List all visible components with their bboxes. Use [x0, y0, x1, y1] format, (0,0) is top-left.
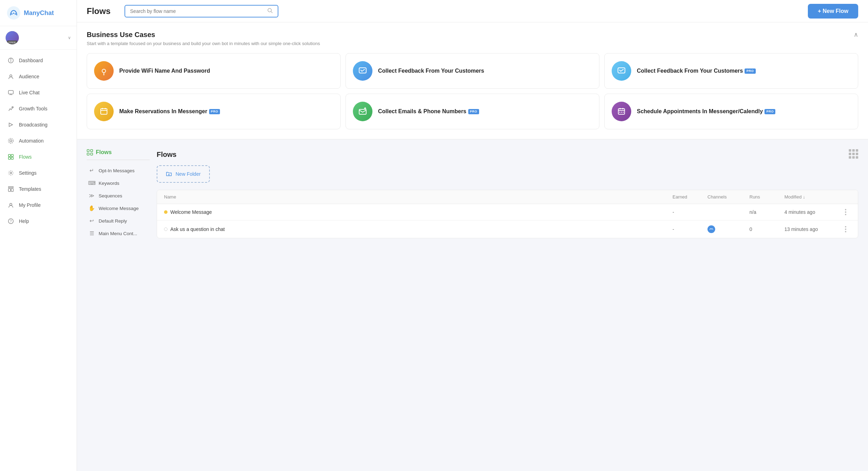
svg-rect-19	[11, 189, 13, 192]
main-nav: Dashboard Audience Live Chat Growth Tool…	[0, 50, 77, 471]
appointments-card-title: Schedule Appointments In Messenger/Calen…	[637, 108, 775, 114]
svg-point-11	[8, 138, 13, 143]
flows-main: Flows New Folder Name	[157, 149, 858, 240]
svg-point-26	[104, 74, 105, 75]
flows-nav-keywords[interactable]: ⌨ Keywords	[87, 177, 150, 189]
feedback-pro-card-title: Collect Feedback From Your CustomersPRO	[637, 68, 756, 74]
pro-badge-appointments: PRO	[764, 109, 775, 115]
new-folder-button[interactable]: New Folder	[157, 165, 210, 183]
row-runs-ask: 0	[749, 226, 784, 232]
messenger-channel-icon	[707, 225, 715, 233]
sidebar-item-live-chat[interactable]: Live Chat	[0, 85, 77, 101]
table-row[interactable]: Welcome Message - n/a 4 minutes ago	[157, 204, 858, 220]
pro-badge-reservations: PRO	[209, 109, 220, 115]
svg-rect-46	[91, 153, 93, 155]
search-input[interactable]	[130, 8, 267, 14]
sidebar-item-dashboard[interactable]: Dashboard	[0, 52, 77, 68]
header: Flows + New Flow	[77, 0, 868, 22]
sidebar-item-label-audience: Audience	[19, 74, 39, 79]
row-name-ask: Ask us a question in chat	[164, 226, 673, 232]
row-modified-welcome: 4 minutes ago	[784, 209, 840, 215]
sequences-icon: ≫	[88, 193, 95, 199]
main-content: Flows + New Flow Business Use Cases ∧ St…	[77, 0, 868, 471]
svg-point-41	[621, 112, 622, 113]
svg-point-2	[13, 13, 14, 14]
row-menu-ask[interactable]	[840, 226, 851, 232]
col-modified[interactable]: Modified ↓	[784, 194, 840, 200]
status-dot-welcome	[164, 210, 168, 214]
svg-point-20	[10, 203, 12, 205]
flows-icon	[7, 153, 15, 161]
sidebar-item-flows[interactable]: Flows	[0, 149, 77, 165]
sidebar-item-broadcasting[interactable]: Broadcasting	[0, 117, 77, 133]
flows-nav-opt-in[interactable]: ↵ Opt-In Messages	[87, 164, 150, 177]
svg-rect-13	[11, 154, 13, 157]
sidebar-item-label-automation: Automation	[19, 138, 44, 144]
sidebar-item-settings[interactable]: Settings	[0, 165, 77, 181]
svg-rect-7	[8, 90, 13, 94]
sidebar-item-label-live-chat: Live Chat	[19, 90, 40, 95]
sidebar-item-templates[interactable]: Templates	[0, 181, 77, 197]
reservations-card-icon	[94, 102, 114, 121]
user-chevron-icon: ∨	[68, 35, 71, 40]
use-case-card-feedback[interactable]: Collect Feedback From Your Customers	[346, 53, 599, 89]
svg-point-1	[11, 13, 13, 15]
feedback-card-icon	[353, 61, 372, 81]
collapse-icon[interactable]: ∧	[854, 31, 858, 38]
row-menu-welcome[interactable]	[840, 209, 851, 215]
feedback-card-title: Collect Feedback From Your Customers	[378, 68, 484, 74]
sidebar-item-label-growth-tools: Growth Tools	[19, 106, 47, 111]
svg-point-5	[10, 59, 12, 60]
sidebar-item-growth-tools[interactable]: Growth Tools	[0, 101, 77, 117]
sidebar-item-label-templates: Templates	[19, 186, 41, 192]
row-runs-welcome: n/a	[749, 209, 784, 215]
use-case-card-appointments[interactable]: Schedule Appointments In Messenger/Calen…	[604, 94, 858, 129]
use-cases-title: Business Use Cases	[87, 31, 155, 39]
table-row[interactable]: Ask us a question in chat - 0 13 minutes…	[157, 220, 858, 238]
opt-in-icon: ↵	[88, 167, 95, 174]
flows-nav-sequences[interactable]: ≫ Sequences	[87, 189, 150, 202]
flows-sidebar-title: Flows	[87, 149, 150, 160]
flows-nav-welcome[interactable]: ✋ Welcome Message	[87, 202, 150, 215]
use-cases-subtitle: Start with a template focused on your bu…	[87, 41, 858, 46]
appointments-card-icon	[612, 102, 631, 121]
sidebar-item-automation[interactable]: Automation	[0, 133, 77, 149]
col-earned: Earned	[673, 194, 707, 200]
templates-icon	[7, 185, 15, 193]
sidebar-item-label-dashboard: Dashboard	[19, 58, 43, 63]
sidebar-item-label-flows: Flows	[19, 154, 32, 160]
settings-icon	[7, 169, 15, 177]
svg-point-10	[10, 140, 12, 142]
emails-card-title: Collect Emails & Phone NumbersPRO	[378, 108, 479, 114]
sidebar-logo: ManyChat	[0, 0, 77, 26]
use-case-card-feedback-pro[interactable]: Collect Feedback From Your CustomersPRO	[604, 53, 858, 89]
keywords-icon: ⌨	[88, 180, 95, 186]
page-title: Flows	[87, 6, 111, 16]
reservations-card-title: Make Reservations In MessengerPRO	[119, 108, 220, 114]
svg-rect-43	[87, 150, 89, 152]
sidebar-item-my-profile[interactable]: My Profile	[0, 197, 77, 213]
grid-view-button[interactable]	[849, 149, 858, 160]
col-actions	[840, 194, 851, 200]
col-runs: Runs	[749, 194, 784, 200]
feedback-card-text: Collect Feedback From Your Customers	[378, 67, 592, 75]
svg-text:?: ?	[10, 219, 12, 223]
sidebar-item-label-broadcasting: Broadcasting	[19, 122, 48, 128]
use-case-card-wifi[interactable]: Provide WiFi Name And Password	[87, 53, 341, 89]
pro-badge-emails: PRO	[468, 109, 479, 115]
growth-tools-icon	[7, 105, 15, 113]
manychat-logo-icon	[7, 6, 20, 20]
sidebar-item-help[interactable]: ? Help	[0, 213, 77, 229]
sidebar-item-audience[interactable]: Audience	[0, 68, 77, 85]
use-case-card-emails[interactable]: Collect Emails & Phone NumbersPRO	[346, 94, 599, 129]
user-profile[interactable]: FREE ∨	[0, 26, 77, 50]
flows-nav-default-reply[interactable]: ↩ Default Reply	[87, 215, 150, 227]
appointments-card-text: Schedule Appointments In Messenger/Calen…	[637, 108, 851, 115]
new-flow-button[interactable]: + New Flow	[808, 4, 858, 19]
help-icon: ?	[7, 217, 15, 225]
automation-icon	[7, 137, 15, 145]
flows-section: Flows ↵ Opt-In Messages ⌨ Keywords ≫ Seq…	[77, 139, 868, 240]
flows-nav-main-menu[interactable]: ☰ Main Menu Cont...	[87, 227, 150, 240]
use-case-card-reservations[interactable]: Make Reservations In MessengerPRO	[87, 94, 341, 129]
wifi-card-text: Provide WiFi Name And Password	[119, 67, 333, 75]
